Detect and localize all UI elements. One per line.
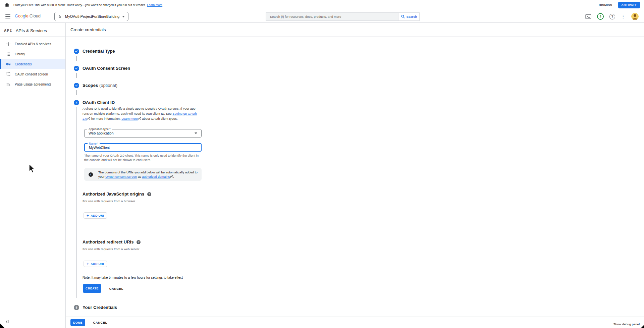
step3-label[interactable]: Scopes (optional): [83, 83, 117, 88]
dismiss-button[interactable]: DISMISS: [599, 3, 612, 7]
search-button-label: Search: [407, 15, 417, 18]
step3-label-optional: (optional): [99, 83, 117, 88]
authorized-domains-link[interactable]: authorized domains: [142, 175, 170, 178]
step1-label[interactable]: Credential Type: [83, 49, 115, 54]
help-icon[interactable]: ?: [147, 192, 151, 196]
cloud-shell-icon[interactable]: [585, 14, 591, 19]
corner-artifact: [0, 323, 5, 328]
add-uri-button-redirects[interactable]: +ADD URI: [84, 261, 107, 267]
sidebar-item-page-usage[interactable]: Page usage agreements: [0, 79, 65, 89]
step4-number: 4: [75, 101, 77, 104]
step4-label[interactable]: OAuth Client ID: [83, 100, 115, 105]
js-origins-title: Authorized JavaScript origins: [83, 192, 144, 197]
sidebar-item-library[interactable]: Library: [0, 49, 65, 59]
sidebar-item-label: Page usage agreements: [15, 83, 51, 86]
google-cloud-console: Start your Free Trial with $300 in credi…: [0, 0, 644, 328]
menu-icon[interactable]: [5, 14, 10, 18]
logo-letter: e: [26, 13, 29, 18]
sidebar-item-label: OAuth consent screen: [15, 72, 48, 76]
page-titlebar: Create credentials: [66, 23, 644, 37]
step2-label[interactable]: OAuth Consent Screen: [83, 66, 130, 71]
enabled-apis-icon: [6, 42, 11, 46]
collapse-sidebar-icon[interactable]: [5, 319, 9, 324]
cancel-button[interactable]: CANCEL: [109, 287, 123, 290]
search-input[interactable]: [266, 12, 398, 21]
add-uri-label: ADD URI: [91, 214, 104, 217]
chevron-down-icon: [122, 16, 125, 17]
google-cloud-logo[interactable]: GoogleCloud: [15, 13, 41, 18]
info-text: The domains of the URIs you add below wi…: [98, 170, 199, 179]
info-text-part: as: [137, 175, 142, 178]
show-debug-panel-link[interactable]: Show debug panel: [613, 322, 640, 326]
bottom-action-bar: DONE CANCEL: [66, 317, 644, 328]
redirect-uris-title: Authorized redirect URIs: [83, 239, 133, 244]
step1-check-icon: [74, 49, 79, 54]
step3-label-main: Scopes: [83, 83, 98, 88]
sidebar-item-oauth-consent[interactable]: OAuth consent screen: [0, 69, 65, 79]
avatar[interactable]: [631, 13, 639, 20]
sidebar-item-credentials[interactable]: Credentials: [0, 59, 65, 69]
logo-letter: o: [20, 13, 23, 18]
sidebar-item-enabled-apis[interactable]: Enabled APIs & services: [0, 39, 65, 49]
help-icon[interactable]: ?: [609, 14, 615, 19]
logo-letter: o: [18, 13, 20, 18]
notifications-badge[interactable]: 3: [597, 13, 604, 20]
search-icon: [401, 14, 405, 19]
global-search: Search: [266, 12, 420, 21]
external-link-icon: [170, 175, 173, 179]
page-usage-icon: [6, 82, 11, 87]
logo-letter: g: [23, 13, 25, 18]
help-icon[interactable]: ?: [137, 240, 141, 244]
step-connector: [76, 73, 77, 78]
redirect-uris-heading: Authorized redirect URIs ?: [83, 239, 141, 244]
activate-button[interactable]: ACTIVATE: [618, 2, 640, 8]
page-title: Create credentials: [70, 27, 106, 32]
desc-text: for more information.: [90, 117, 121, 120]
application-type-value: Web application: [89, 129, 114, 137]
external-link-icon: [138, 116, 141, 121]
more-options-icon[interactable]: ⋮: [621, 14, 626, 19]
step3-check-icon: [74, 83, 79, 88]
step4-actions: CREATE CANCEL: [83, 284, 123, 293]
learn-more-link[interactable]: Learn more: [121, 117, 138, 120]
client-name-value: MyWebClient: [89, 144, 110, 152]
divider: [0, 36, 65, 37]
oauth-description: A client ID is used to identify a single…: [83, 106, 201, 121]
application-type-select[interactable]: Application type * Web application: [84, 129, 202, 138]
sidebar-item-label: Library: [15, 52, 25, 56]
js-origins-heading: Authorized JavaScript origins ?: [83, 192, 151, 197]
add-uri-label: ADD URI: [91, 262, 104, 266]
external-link-icon: [87, 116, 90, 121]
step5-number-icon: 5: [74, 305, 79, 310]
plus-icon: +: [87, 262, 89, 266]
desc-text: about OAuth client types.: [141, 117, 178, 120]
redirect-uris-subtitle: For use with requests from a web server: [83, 247, 139, 251]
step5-label[interactable]: Your Credentials: [83, 305, 117, 310]
sidebar-nav: Enabled APIs & services Library Credenti…: [0, 39, 65, 89]
banner-learn-more-link[interactable]: Learn more: [147, 3, 162, 7]
banner-actions: DISMISS ACTIVATE: [599, 2, 640, 8]
logo-cloud-text: Cloud: [30, 13, 41, 18]
banner-text: Start your Free Trial with $300 in credi…: [13, 3, 162, 7]
main-panel: Create credentials Credential Type OAuth…: [66, 23, 644, 328]
free-trial-banner: Start your Free Trial with $300 in credi…: [0, 0, 644, 10]
corner-artifact: [641, 325, 644, 328]
js-origins-subtitle: For use with requests from a browser: [83, 199, 135, 203]
done-button[interactable]: DONE: [70, 319, 85, 326]
oauth-consent-icon: [6, 72, 11, 76]
project-icon: [58, 14, 62, 19]
client-name-input[interactable]: Name * MyWebClient: [84, 143, 202, 152]
search-button[interactable]: Search: [398, 12, 420, 21]
logo-letter: G: [15, 13, 18, 18]
project-selector[interactable]: MyOAuthProjectForStoreBuilding: [54, 12, 128, 21]
library-icon: [6, 52, 11, 56]
banner-message: Start your Free Trial with $300 in credi…: [13, 3, 146, 7]
oauth-consent-screen-link[interactable]: OAuth consent screen: [105, 175, 137, 178]
info-icon: i: [89, 172, 93, 177]
footer-cancel-button[interactable]: CANCEL: [93, 321, 107, 324]
create-button[interactable]: CREATE: [83, 284, 101, 293]
add-uri-button-origins[interactable]: +ADD URI: [84, 212, 107, 219]
info-text-part: .: [173, 175, 174, 178]
header-actions: 3 ? ⋮: [585, 10, 639, 23]
app-header: GoogleCloud MyOAuthProjectForStoreBuildi…: [0, 10, 644, 23]
